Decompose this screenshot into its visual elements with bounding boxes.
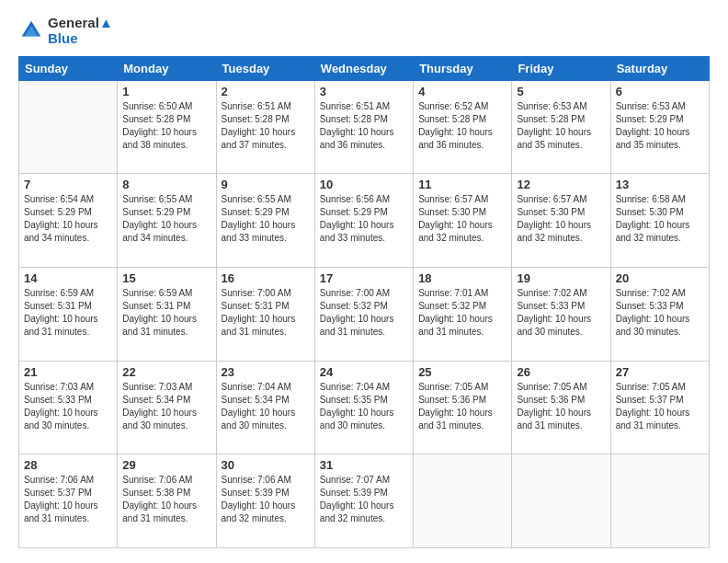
calendar-cell: 2Sunrise: 6:51 AM Sunset: 5:28 PM Daylig… bbox=[216, 80, 314, 174]
day-number: 20 bbox=[616, 271, 704, 285]
calendar-table: SundayMondayTuesdayWednesdayThursdayFrid… bbox=[18, 56, 710, 549]
day-info: Sunrise: 7:05 AM Sunset: 5:37 PM Dayligh… bbox=[616, 381, 704, 432]
day-number: 28 bbox=[24, 458, 112, 472]
calendar-cell: 11Sunrise: 6:57 AM Sunset: 5:30 PM Dayli… bbox=[414, 174, 512, 268]
day-number: 19 bbox=[517, 271, 605, 285]
day-info: Sunrise: 7:01 AM Sunset: 5:32 PM Dayligh… bbox=[418, 287, 506, 339]
day-info: Sunrise: 6:55 AM Sunset: 5:29 PM Dayligh… bbox=[222, 193, 310, 245]
day-info: Sunrise: 6:54 AM Sunset: 5:29 PM Dayligh… bbox=[24, 193, 112, 245]
calendar-cell: 31Sunrise: 7:07 AM Sunset: 5:39 PM Dayli… bbox=[314, 454, 413, 548]
day-info: Sunrise: 6:57 AM Sunset: 5:30 PM Dayligh… bbox=[418, 193, 506, 245]
day-info: Sunrise: 7:06 AM Sunset: 5:39 PM Dayligh… bbox=[222, 474, 310, 525]
day-number: 11 bbox=[418, 178, 506, 191]
day-number: 12 bbox=[517, 178, 605, 191]
weekday-header-sunday: Sunday bbox=[19, 56, 118, 80]
day-info: Sunrise: 7:00 AM Sunset: 5:31 PM Dayligh… bbox=[222, 287, 310, 339]
calendar-cell: 26Sunrise: 7:05 AM Sunset: 5:36 PM Dayli… bbox=[512, 361, 610, 454]
calendar-cell bbox=[19, 80, 118, 174]
day-info: Sunrise: 6:57 AM Sunset: 5:30 PM Dayligh… bbox=[517, 193, 605, 245]
day-number: 13 bbox=[616, 178, 704, 191]
day-number: 25 bbox=[418, 365, 506, 379]
calendar-cell: 28Sunrise: 7:06 AM Sunset: 5:37 PM Dayli… bbox=[19, 454, 118, 548]
day-number: 27 bbox=[616, 365, 704, 379]
day-number: 15 bbox=[122, 271, 210, 285]
day-info: Sunrise: 6:56 AM Sunset: 5:29 PM Dayligh… bbox=[320, 193, 408, 245]
weekday-header-tuesday: Tuesday bbox=[216, 56, 314, 80]
calendar-cell: 12Sunrise: 6:57 AM Sunset: 5:30 PM Dayli… bbox=[512, 174, 610, 268]
day-info: Sunrise: 6:59 AM Sunset: 5:31 PM Dayligh… bbox=[122, 287, 210, 339]
day-number: 21 bbox=[24, 365, 112, 379]
day-number: 22 bbox=[122, 365, 210, 379]
day-number: 30 bbox=[222, 458, 310, 472]
calendar-cell bbox=[610, 454, 709, 548]
day-info: Sunrise: 7:06 AM Sunset: 5:37 PM Dayligh… bbox=[24, 474, 112, 525]
day-number: 29 bbox=[122, 458, 210, 472]
calendar-cell: 14Sunrise: 6:59 AM Sunset: 5:31 PM Dayli… bbox=[19, 267, 118, 361]
day-info: Sunrise: 7:04 AM Sunset: 5:35 PM Dayligh… bbox=[320, 381, 408, 432]
day-info: Sunrise: 7:06 AM Sunset: 5:38 PM Dayligh… bbox=[122, 474, 210, 525]
day-number: 7 bbox=[24, 178, 112, 191]
day-number: 17 bbox=[320, 271, 408, 285]
calendar-cell: 4Sunrise: 6:52 AM Sunset: 5:28 PM Daylig… bbox=[414, 80, 512, 174]
page: General▲ Blue SundayMondayTuesdayWednesd… bbox=[0, 0, 728, 563]
day-number: 24 bbox=[320, 365, 408, 379]
calendar-cell: 3Sunrise: 6:51 AM Sunset: 5:28 PM Daylig… bbox=[314, 80, 413, 174]
calendar-cell: 18Sunrise: 7:01 AM Sunset: 5:32 PM Dayli… bbox=[414, 267, 512, 361]
calendar-week-5: 28Sunrise: 7:06 AM Sunset: 5:37 PM Dayli… bbox=[19, 454, 710, 548]
calendar-cell: 1Sunrise: 6:50 AM Sunset: 5:28 PM Daylig… bbox=[118, 80, 216, 174]
day-number: 8 bbox=[122, 178, 210, 191]
calendar-header-row: SundayMondayTuesdayWednesdayThursdayFrid… bbox=[19, 56, 710, 80]
calendar-cell: 30Sunrise: 7:06 AM Sunset: 5:39 PM Dayli… bbox=[216, 454, 314, 548]
calendar-cell: 23Sunrise: 7:04 AM Sunset: 5:34 PM Dayli… bbox=[216, 361, 314, 454]
weekday-header-friday: Friday bbox=[512, 56, 610, 80]
calendar-cell: 13Sunrise: 6:58 AM Sunset: 5:30 PM Dayli… bbox=[610, 174, 709, 268]
day-info: Sunrise: 6:55 AM Sunset: 5:29 PM Dayligh… bbox=[122, 193, 210, 245]
day-number: 14 bbox=[24, 271, 112, 285]
calendar-week-1: 1Sunrise: 6:50 AM Sunset: 5:28 PM Daylig… bbox=[19, 80, 710, 174]
day-info: Sunrise: 6:50 AM Sunset: 5:28 PM Dayligh… bbox=[122, 100, 210, 152]
header: General▲ Blue bbox=[18, 15, 710, 47]
day-number: 23 bbox=[222, 365, 310, 379]
day-info: Sunrise: 6:52 AM Sunset: 5:28 PM Dayligh… bbox=[418, 100, 506, 152]
day-info: Sunrise: 6:51 AM Sunset: 5:28 PM Dayligh… bbox=[222, 100, 310, 152]
calendar-cell: 20Sunrise: 7:02 AM Sunset: 5:33 PM Dayli… bbox=[610, 267, 709, 361]
day-number: 3 bbox=[320, 85, 408, 98]
weekday-header-wednesday: Wednesday bbox=[314, 56, 413, 80]
logo-icon bbox=[18, 17, 44, 43]
calendar-cell: 19Sunrise: 7:02 AM Sunset: 5:33 PM Dayli… bbox=[512, 267, 610, 361]
calendar-week-3: 14Sunrise: 6:59 AM Sunset: 5:31 PM Dayli… bbox=[19, 267, 710, 361]
calendar-week-4: 21Sunrise: 7:03 AM Sunset: 5:33 PM Dayli… bbox=[19, 361, 710, 454]
day-number: 1 bbox=[122, 85, 210, 98]
calendar-cell: 27Sunrise: 7:05 AM Sunset: 5:37 PM Dayli… bbox=[610, 361, 709, 454]
day-info: Sunrise: 7:03 AM Sunset: 5:33 PM Dayligh… bbox=[24, 381, 112, 432]
day-number: 6 bbox=[616, 85, 704, 98]
day-number: 2 bbox=[222, 85, 310, 98]
logo-text: General▲ Blue bbox=[48, 15, 113, 47]
day-number: 18 bbox=[418, 271, 506, 285]
day-number: 9 bbox=[222, 178, 310, 191]
day-number: 4 bbox=[418, 85, 506, 98]
calendar-week-2: 7Sunrise: 6:54 AM Sunset: 5:29 PM Daylig… bbox=[19, 174, 710, 268]
day-info: Sunrise: 6:53 AM Sunset: 5:29 PM Dayligh… bbox=[616, 100, 704, 152]
day-info: Sunrise: 7:02 AM Sunset: 5:33 PM Dayligh… bbox=[616, 287, 704, 339]
day-info: Sunrise: 6:58 AM Sunset: 5:30 PM Dayligh… bbox=[616, 193, 704, 245]
calendar-cell: 21Sunrise: 7:03 AM Sunset: 5:33 PM Dayli… bbox=[19, 361, 118, 454]
day-info: Sunrise: 7:05 AM Sunset: 5:36 PM Dayligh… bbox=[517, 381, 605, 432]
calendar-cell: 16Sunrise: 7:00 AM Sunset: 5:31 PM Dayli… bbox=[216, 267, 314, 361]
calendar-cell bbox=[414, 454, 512, 548]
day-number: 10 bbox=[320, 178, 408, 191]
calendar-cell: 15Sunrise: 6:59 AM Sunset: 5:31 PM Dayli… bbox=[118, 267, 216, 361]
weekday-header-saturday: Saturday bbox=[610, 56, 709, 80]
weekday-header-thursday: Thursday bbox=[414, 56, 512, 80]
day-info: Sunrise: 6:53 AM Sunset: 5:28 PM Dayligh… bbox=[517, 100, 605, 152]
calendar-cell: 29Sunrise: 7:06 AM Sunset: 5:38 PM Dayli… bbox=[118, 454, 216, 548]
day-info: Sunrise: 6:51 AM Sunset: 5:28 PM Dayligh… bbox=[320, 100, 408, 152]
calendar-cell: 10Sunrise: 6:56 AM Sunset: 5:29 PM Dayli… bbox=[314, 174, 413, 268]
day-info: Sunrise: 7:04 AM Sunset: 5:34 PM Dayligh… bbox=[222, 381, 310, 432]
day-info: Sunrise: 7:07 AM Sunset: 5:39 PM Dayligh… bbox=[320, 474, 408, 525]
day-info: Sunrise: 7:05 AM Sunset: 5:36 PM Dayligh… bbox=[418, 381, 506, 432]
calendar-cell bbox=[512, 454, 610, 548]
day-number: 5 bbox=[517, 85, 605, 98]
calendar-cell: 24Sunrise: 7:04 AM Sunset: 5:35 PM Dayli… bbox=[314, 361, 413, 454]
calendar-cell: 7Sunrise: 6:54 AM Sunset: 5:29 PM Daylig… bbox=[19, 174, 118, 268]
